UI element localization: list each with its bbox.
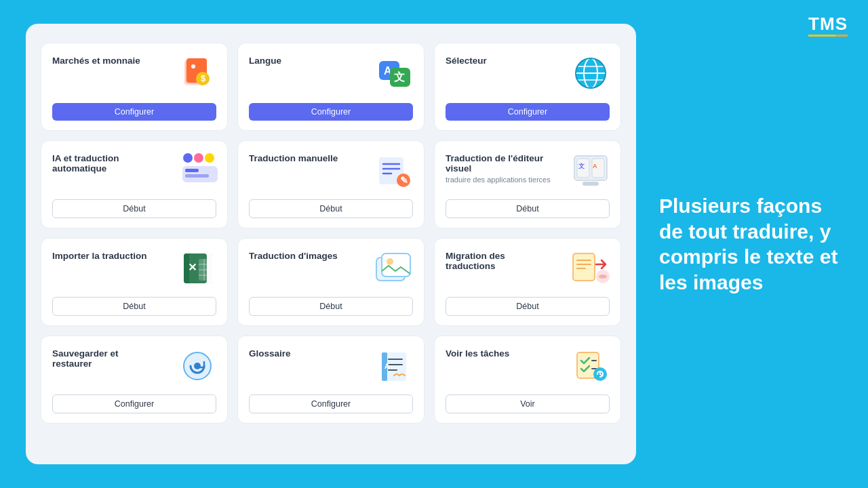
configurer-selecteur-button[interactable]: Configurer: [446, 103, 610, 121]
visual-editor-icon: 文 A: [570, 150, 611, 191]
tasks-icon: [570, 346, 611, 386]
card-importer-title: Importer la traduction: [52, 251, 159, 261]
card-glossaire: Glossaire A Configurer: [237, 336, 425, 424]
card-migration: Migration des traductions Début: [434, 238, 621, 326]
svg-text:✎: ✎: [400, 175, 408, 186]
manual-translate-icon: ✎: [374, 150, 414, 191]
svg-rect-20: [185, 169, 199, 172]
card-marches-title: Marchés et monnaie: [52, 56, 159, 66]
svg-point-16: [183, 153, 193, 163]
card-langue: Langue A 文 Configurer: [237, 43, 425, 131]
migration-icon: [570, 248, 611, 289]
svg-text:文: 文: [578, 163, 585, 169]
svg-point-5: [191, 64, 195, 68]
svg-rect-21: [185, 174, 209, 178]
svg-rect-33: [583, 182, 599, 186]
card-glossaire-title: Glossaire: [249, 348, 355, 359]
svg-text:文: 文: [394, 70, 405, 83]
card-traduction-manuelle: Traduction manuelle ✎ Début: [237, 140, 425, 228]
svg-point-18: [205, 153, 214, 163]
globe-icon: [570, 53, 611, 94]
card-sauvegarder: Sauvegarder et restaurer Configurer: [41, 336, 228, 424]
svg-point-53: [194, 363, 201, 369]
excel-icon: ✕: [177, 248, 218, 289]
card-langue-title: Langue: [249, 56, 355, 66]
main-card: Marchés et monnaie $ Configurer Langue: [26, 24, 636, 464]
svg-text:A: A: [593, 163, 597, 169]
card-taches-title: Voir les tâches: [446, 348, 552, 359]
svg-point-17: [194, 153, 203, 163]
card-selecteur-title: Sélecteur: [446, 56, 552, 66]
debut-importer-button[interactable]: Début: [52, 297, 216, 316]
card-ia-traduction: IA et traduction automatique Début: [41, 140, 228, 228]
debut-images-button[interactable]: Début: [249, 297, 413, 316]
card-sauvegarder-title: Sauvegarder et restaurer: [52, 348, 159, 369]
card-marches: Marchés et monnaie $ Configurer: [41, 43, 228, 131]
card-images-title: Traduction d'images: [249, 251, 355, 261]
card-editeur-visuel: Traduction de l'éditeur visuel traduire …: [434, 140, 621, 228]
debut-manuelle-button[interactable]: Début: [249, 199, 413, 218]
ia-icon: [180, 148, 220, 188]
tms-logo: TMS: [808, 14, 848, 37]
card-importer: Importer la traduction ✕ Début: [41, 238, 228, 326]
card-ia-title: IA et traduction automatique: [52, 153, 159, 174]
debut-migration-button[interactable]: Début: [446, 297, 610, 316]
book-icon: A: [374, 346, 414, 386]
translate-icon: A 文: [374, 53, 414, 94]
configurer-marches-button[interactable]: Configurer: [52, 103, 216, 121]
svg-text:✕: ✕: [188, 262, 197, 273]
configurer-glossaire-button[interactable]: Configurer: [249, 394, 413, 413]
svg-rect-45: [382, 253, 410, 277]
configurer-langue-button[interactable]: Configurer: [249, 103, 413, 121]
card-manuelle-title: Traduction manuelle: [249, 153, 355, 163]
debut-visuel-button[interactable]: Début: [446, 199, 610, 218]
svg-rect-47: [573, 253, 595, 281]
card-migration-title: Migration des traductions: [446, 251, 552, 271]
svg-point-46: [387, 258, 393, 265]
debut-ia-button[interactable]: Début: [52, 199, 216, 218]
card-taches: Voir les tâches Voir: [434, 336, 621, 424]
svg-text:$: $: [201, 73, 206, 83]
feature-grid: Marchés et monnaie $ Configurer Langue: [41, 43, 621, 424]
card-visuel-subtitle: traduire des applications tierces: [446, 176, 552, 184]
card-visuel-title: Traduction de l'éditeur visuel: [446, 153, 552, 174]
voir-taches-button[interactable]: Voir: [446, 394, 610, 413]
right-text: Plusieurs façons de tout traduire, y com…: [659, 193, 842, 295]
configurer-sauvegarder-button[interactable]: Configurer: [52, 394, 216, 413]
price-tag-icon: $: [177, 53, 218, 94]
images-icon: [374, 248, 414, 289]
svg-text:A: A: [384, 362, 390, 370]
card-selecteur: Sélecteur Configurer: [434, 43, 621, 131]
backup-icon: [177, 346, 218, 386]
card-images: Traduction d'images Début: [237, 238, 425, 326]
